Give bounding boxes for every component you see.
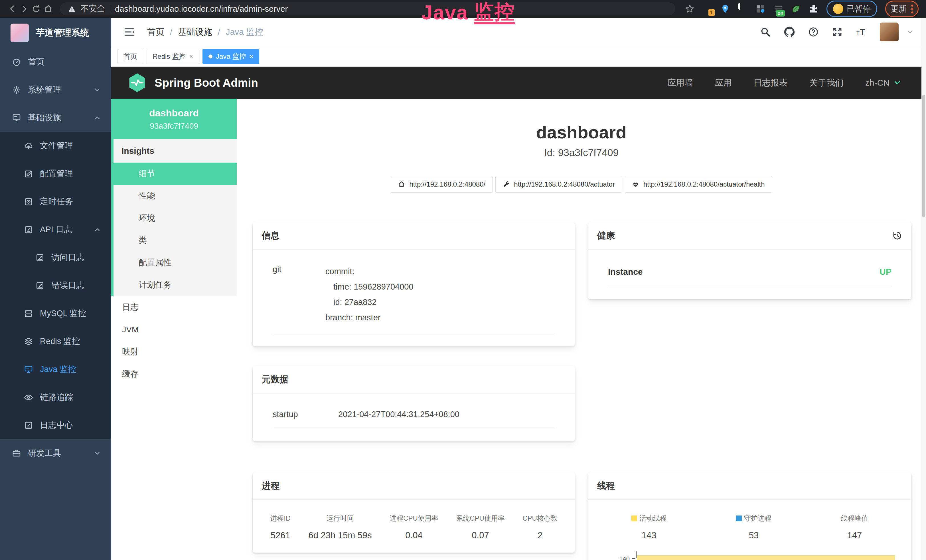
menu-item-jvm[interactable]: JVM (111, 318, 237, 341)
sidebar-item-mysql-monitor[interactable]: MySQL 监控 (0, 300, 111, 327)
address-bar[interactable]: 不安全 dashboard.yudao.iocoder.cn/infra/adm… (60, 2, 675, 15)
reload-icon[interactable] (31, 4, 41, 14)
search-icon[interactable] (760, 27, 771, 37)
sidebar-item-infrastructure[interactable]: 基础设施 (0, 104, 111, 132)
page-scrollbar[interactable] (921, 18, 926, 560)
grid-extension-icon[interactable] (756, 4, 766, 14)
layers-icon (24, 337, 33, 346)
user-avatar[interactable] (880, 23, 899, 41)
sidebar-item-label: Redis 监控 (40, 336, 80, 347)
close-icon[interactable] (189, 53, 193, 60)
extension-orange-icon[interactable]: 1 (703, 4, 713, 14)
help-icon[interactable] (808, 27, 819, 37)
sidebar-item-log-center[interactable]: 日志中心 (0, 412, 111, 439)
sidebar-item-java-monitor[interactable]: Java 监控 (0, 356, 111, 383)
process-col: 运行时间6d 23h 15m 59s (308, 514, 372, 540)
back-icon[interactable] (8, 4, 17, 14)
gear-icon (12, 85, 21, 94)
sidebar-item-scheduled-tasks[interactable]: 定时任务 (0, 188, 111, 216)
puzzle-extensions-icon[interactable] (809, 4, 819, 14)
pin-extension-icon[interactable] (720, 4, 730, 14)
sidebar-item-home[interactable]: 首页 (0, 48, 111, 76)
locale-selector[interactable]: zh-CN (865, 78, 902, 88)
app-logo-row[interactable]: 芋道管理系统 (0, 18, 111, 48)
service-url-button[interactable]: http://192.168.0.2:48080/ (391, 176, 493, 192)
bookmark-star-icon[interactable] (685, 4, 695, 14)
sba-nav-wallboard[interactable]: 应用墙 (667, 77, 693, 89)
menu-item-scheduled-tasks[interactable]: 计划任务 (113, 274, 237, 296)
github-icon[interactable] (784, 27, 795, 37)
sidebar-item-label: 访问日志 (51, 252, 85, 263)
info-card: 信息 git commit: time: 1596289704000 id: 2… (253, 222, 575, 346)
gauge-icon (12, 58, 21, 67)
threads-chart-yaxis: 140 120 100 (611, 553, 635, 560)
tab-home[interactable]: 首页 (118, 49, 143, 64)
sidebar-item-file-management[interactable]: 文件管理 (0, 132, 111, 160)
browser-menu-icon[interactable] (911, 5, 913, 14)
breadcrumb-infrastructure[interactable]: 基础设施 (178, 26, 212, 38)
threads-chart: 140 120 100 (597, 553, 903, 560)
green-extension-icon[interactable] (738, 4, 748, 14)
menu-item-details[interactable]: 细节 (111, 163, 237, 185)
process-col: 进程CPU使用率0.04 (390, 514, 438, 540)
scrollbar-thumb[interactable] (922, 95, 925, 217)
sidebar-item-label: 系统管理 (28, 84, 61, 95)
sidebar-item-redis-monitor[interactable]: Redis 监控 (0, 327, 111, 356)
eye-icon (24, 393, 33, 402)
actuator-url-button[interactable]: http://192.168.0.2:48080/actuator (495, 176, 622, 192)
process-card: 进程 进程ID5261 运行时间6d 23h 15m 59s 进程CPU使用率0… (253, 472, 575, 552)
threads-card-body: 活动线程 143 守护进程 53 线程峰值 (588, 500, 911, 560)
git-commit-info: commit: time: 1596289704000 id: 27aa832 … (325, 263, 555, 325)
breadcrumb-home[interactable]: 首页 (147, 26, 164, 38)
sidebar-item-label: 文件管理 (40, 140, 73, 151)
sba-nav-about[interactable]: 关于我们 (809, 77, 844, 89)
history-icon[interactable] (892, 230, 902, 241)
log-icon (24, 225, 33, 234)
sidebar-item-label: API 日志 (40, 224, 72, 235)
spring-boot-admin: Spring Boot Admin 应用墙 应用 日志报表 关于我们 zh-CN… (111, 67, 926, 560)
emoji-face-icon (833, 4, 843, 14)
chevron-up-icon (94, 114, 101, 121)
sidebar-item-trace[interactable]: 链路追踪 (0, 383, 111, 412)
menu-item-metrics[interactable]: 性能 (113, 185, 237, 207)
font-size-icon[interactable] (856, 27, 867, 37)
home-icon[interactable] (43, 4, 53, 14)
breadcrumb-current: Java 监控 (226, 26, 263, 38)
tab-redis-monitor[interactable]: Redis 监控 (147, 49, 199, 64)
avatar-caret-icon[interactable] (906, 29, 914, 35)
threads-card-header: 线程 (588, 472, 911, 500)
sba-sidebar: dashboard 93a3fc7f7409 Insights 细节 性能 环境… (111, 99, 237, 560)
close-icon[interactable] (249, 53, 253, 60)
instance-block[interactable]: dashboard 93a3fc7f7409 (111, 99, 237, 139)
sidebar-item-dev-tools[interactable]: 研发工具 (0, 439, 111, 467)
paused-badge[interactable]: 已暂停 (826, 1, 877, 17)
forward-icon[interactable] (20, 4, 29, 14)
sba-nav-journal[interactable]: 日志报表 (754, 77, 788, 89)
chrome-update-button[interactable]: 更新 (885, 1, 918, 17)
sidebar-item-config-management[interactable]: 配置管理 (0, 160, 111, 188)
breadcrumb-separator (218, 27, 220, 37)
sidebar-item-error-logs[interactable]: 错误日志 (0, 272, 111, 300)
instance-name: dashboard (149, 107, 199, 119)
menu-item-mappings[interactable]: 映射 (111, 341, 237, 363)
menu-item-config-props[interactable]: 配置属性 (113, 251, 237, 274)
sidebar-item-api-logs[interactable]: API 日志 (0, 216, 111, 244)
app-logo (10, 23, 29, 42)
sba-nav-applications[interactable]: 应用 (715, 77, 732, 89)
sidebar-item-label: 首页 (28, 56, 44, 68)
sidebar-item-system-management[interactable]: 系统管理 (0, 76, 111, 104)
leaf-extension-icon[interactable] (791, 4, 801, 14)
fullscreen-icon[interactable] (832, 27, 843, 37)
menu-item-caches[interactable]: 缓存 (111, 363, 237, 385)
health-url-button[interactable]: http://192.168.0.2:48080/actuator/health (625, 176, 772, 192)
menu-item-environment[interactable]: 环境 (113, 207, 237, 229)
tab-java-monitor[interactable]: Java 监控 (203, 49, 259, 64)
menu-item-classes[interactable]: 类 (113, 229, 237, 251)
menu-item-logs[interactable]: 日志 (111, 296, 237, 318)
sidebar-item-access-logs[interactable]: 访问日志 (0, 244, 111, 272)
switch-extension-icon[interactable]: on (773, 4, 783, 14)
sidebar-fold-icon[interactable] (124, 26, 135, 38)
main-area: 首页 基础设施 Java 监控 首页 (111, 18, 926, 560)
sba-logo-icon (128, 72, 147, 93)
navbar-actions (760, 23, 914, 41)
